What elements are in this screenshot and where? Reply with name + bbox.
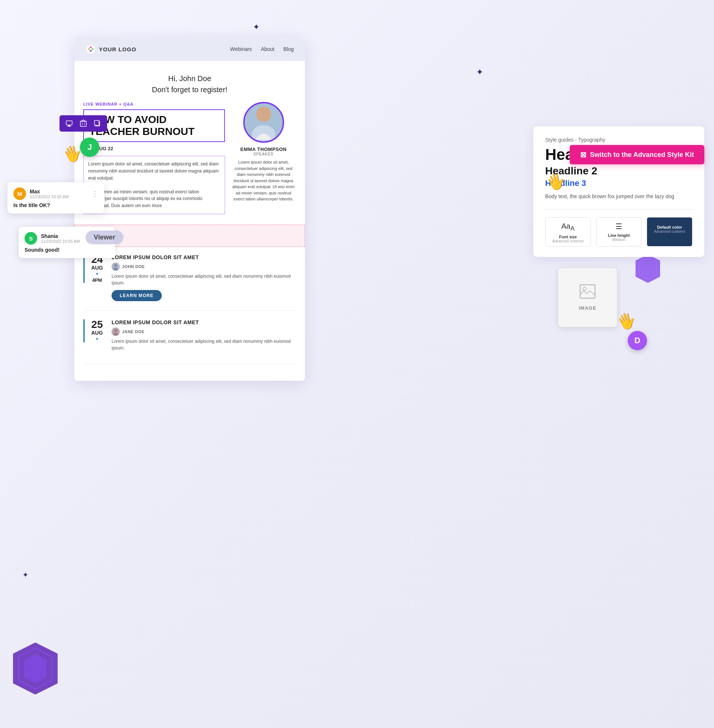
event-dot-1: •: [88, 271, 106, 277]
decorative-star-2: ✦: [476, 67, 483, 77]
event-time-1: 4PM: [88, 277, 106, 283]
comment-name-max: Max: [30, 189, 88, 195]
svg-point-0: [86, 44, 96, 54]
email-nav-links: Webinars About Blog: [230, 46, 294, 52]
svg-marker-23: [19, 648, 52, 689]
email-content: LIVE WEBINAR + Q&A HOW TO AVOID TEACHER …: [74, 102, 305, 225]
speaker-avatar-inner: [245, 103, 283, 141]
typo-default-color-control[interactable]: Default color Advanced customs: [647, 217, 692, 247]
live-badge: LIVE WEBINAR + Q&A: [83, 102, 225, 106]
event-date-2: 25 AUG •: [83, 319, 106, 342]
webinar-desc-p2: Ut wisi enim ad minim veniam, quis nostr…: [88, 189, 220, 209]
event-desc-2: Lorem ipsum dolor sit amet, consectetuer…: [112, 338, 296, 351]
svg-rect-20: [580, 285, 595, 298]
font-size-icon: AaA: [549, 222, 587, 232]
event-cards: 24 AUG • 4PM LOREM IPSUM DOLOR SIT AMET …: [74, 247, 305, 381]
comment-text-shania: Sounds good!: [24, 247, 110, 253]
nav-blog[interactable]: Blog: [284, 46, 294, 52]
font-size-label: Font size: [549, 235, 587, 239]
nav-webinars[interactable]: Webinars: [230, 46, 252, 52]
learn-more-btn-1[interactable]: LEARN MORE: [112, 290, 162, 301]
comment-avatar-shania: S: [24, 232, 37, 245]
hex-decoration-small: [634, 253, 662, 290]
nav-about[interactable]: About: [261, 46, 274, 52]
svg-point-2: [256, 107, 271, 122]
copy-icon: [94, 120, 101, 127]
default-color-label: Default color: [651, 225, 688, 229]
line-height-icon: ☰: [600, 222, 638, 231]
speaker-name: EMMA THOMPSON: [240, 147, 286, 152]
comment-time-max: 11/23/2022 10:55 AM: [30, 195, 88, 199]
author-name-2: JANE DOE: [122, 330, 144, 334]
webinar-title: HOW TO AVOID TEACHER BURNOUT: [89, 114, 219, 138]
svg-rect-12: [67, 126, 71, 127]
event-card-1: 24 AUG • 4PM LOREM IPSUM DOLOR SIT AMET …: [83, 254, 296, 310]
toolbar-copy-btn[interactable]: [92, 117, 104, 129]
comment-meta-max: Max 11/23/2022 10:55 AM: [30, 189, 88, 199]
advanced-kit-icon: ⊠: [580, 150, 586, 159]
speaker-role: SPEAKER: [253, 152, 273, 156]
typo-headline2: Headline 2: [545, 165, 692, 177]
logo-icon: [86, 44, 96, 54]
svg-point-21: [583, 288, 586, 291]
speaker-bio: Lorem ipsum dolor sit amet, consectetuer…: [231, 159, 296, 202]
svg-rect-19: [94, 120, 99, 125]
event-author-2: JANE DOE: [112, 328, 296, 336]
image-placeholder-card: IMAGE: [558, 268, 617, 327]
advanced-kit-button[interactable]: ⊠ Switch to the Advanced Style Kit: [570, 145, 704, 164]
event-card-2: 25 AUG • LOREM IPSUM DOLOR SIT AMET JANE…: [83, 319, 296, 364]
monitor-icon: [66, 120, 73, 127]
event-info-1: LOREM IPSUM DOLOR SIT AMET JOHN DOE Lore…: [112, 254, 296, 301]
default-color-sub: Advanced customs: [651, 229, 688, 234]
typo-controls: AaA Font size Advanced customs ☰ Line he…: [545, 217, 692, 247]
hex-decoration-large: [11, 641, 60, 706]
font-size-sub: Advanced customs: [549, 239, 587, 243]
viewer-badge: Viewer: [86, 231, 123, 244]
email-two-col: LIVE WEBINAR + Q&A HOW TO AVOID TEACHER …: [83, 102, 296, 214]
page-wrapper: ✦ ✦ ✦ YOUR LOGO Webinars About Blog: [0, 0, 714, 728]
svg-point-5: [114, 264, 117, 267]
typo-font-size-control[interactable]: AaA Font size Advanced customs: [545, 217, 591, 247]
comment-more-max[interactable]: ⋮: [92, 190, 98, 198]
typo-headline3: Headline 3: [545, 178, 692, 188]
comment-header-max: M Max 11/23/2022 10:55 AM ⋮: [14, 187, 98, 200]
event-day-2: 25: [88, 319, 106, 330]
speaker-avatar: [243, 102, 284, 143]
typo-subtitle: Style guides - Typography: [545, 137, 692, 143]
svg-marker-26: [639, 258, 656, 279]
toolbar-delete-btn[interactable]: [77, 117, 89, 129]
typo-body-text: Body text, the quick brown fox jumped ov…: [545, 193, 692, 201]
webinar-date: 3PM, AUG 22: [83, 146, 225, 151]
author-name-1: JOHN DOE: [122, 264, 145, 269]
comment-avatar-max: M: [14, 187, 26, 200]
email-toolbar: [60, 115, 107, 132]
email-nav: YOUR LOGO Webinars About Blog: [74, 37, 305, 61]
logo-text: YOUR LOGO: [99, 46, 136, 52]
svg-marker-25: [636, 254, 660, 283]
speaker-photo-svg: [245, 103, 283, 141]
author-avatar-2: [112, 328, 120, 336]
webinar-description: Lorem ipsum dolor sit amet, consectetuer…: [83, 156, 225, 214]
greeting-line1: Hi, John Doe: [82, 73, 297, 84]
event-date-1: 24 AUG • 4PM: [83, 254, 106, 283]
event-month-2: AUG: [88, 330, 106, 336]
line-height-label: Line height: [600, 233, 638, 238]
event-month-1: AUG: [88, 265, 106, 271]
typo-divider: [545, 209, 692, 210]
event-title-2: LOREM IPSUM DOLOR SIT AMET: [112, 319, 296, 325]
comment-text-max: Is the title OK?: [14, 202, 98, 208]
line-height-sub: Medium: [600, 238, 638, 242]
email-right-col: EMMA THOMPSON SPEAKER Lorem ipsum dolor …: [231, 102, 296, 214]
typo-line-height-control[interactable]: ☰ Line height Medium: [596, 217, 642, 247]
decorative-star-1: ✦: [253, 22, 260, 32]
svg-rect-11: [68, 125, 70, 126]
event-info-2: LOREM IPSUM DOLOR SIT AMET JANE DOE Lore…: [112, 319, 296, 355]
greeting-line2: Don't forget to register!: [82, 84, 297, 95]
svg-marker-24: [24, 654, 46, 683]
email-preview: YOUR LOGO Webinars About Blog Hi, John D…: [74, 37, 305, 381]
svg-rect-13: [80, 121, 86, 126]
event-dot-2: •: [88, 336, 106, 342]
toolbar-monitor-btn[interactable]: [63, 117, 75, 129]
webinar-desc-p1: Lorem ipsum dolor sit amet, consectetuer…: [88, 160, 220, 181]
image-placeholder-label: IMAGE: [579, 305, 597, 311]
